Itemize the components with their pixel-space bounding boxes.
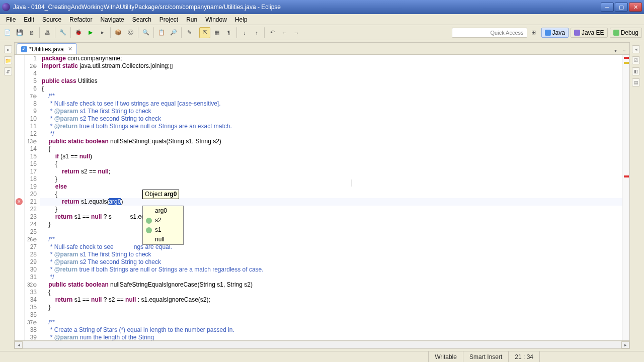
java-file-icon [21, 46, 27, 52]
menu-project[interactable]: Project [155, 15, 182, 24]
toolbar-separator [39, 27, 40, 38]
forward-button[interactable]: → [291, 27, 302, 38]
error-marker-icon[interactable]: ✕ [16, 198, 23, 205]
toolbar-separator [110, 27, 111, 38]
toolbar-separator [236, 27, 237, 38]
text-caret [352, 179, 352, 187]
maximize-editor-icon[interactable]: ▫ [620, 46, 628, 54]
maximize-button[interactable]: ▢ [615, 3, 628, 12]
open-type-button[interactable]: 🔍 [140, 27, 151, 38]
autocomplete-popup[interactable]: arg0 s2 s1 null [142, 206, 184, 245]
minimize-button[interactable]: ─ [601, 3, 614, 12]
outline-detail-icon[interactable]: ▤ [632, 78, 640, 86]
code-editor[interactable]: ✕ 12⊕4567⊖8910111213⊖1415161718192021222… [15, 55, 629, 340]
status-insert-mode: Smart Insert [463, 351, 508, 362]
local-var-icon [146, 227, 152, 233]
line-numbers: 12⊕4567⊖8910111213⊖141516171819202122232… [25, 55, 40, 340]
toolbar-separator [70, 27, 71, 38]
menu-help[interactable]: Help [231, 15, 252, 24]
menu-edit[interactable]: Edit [20, 15, 38, 24]
menubar: File Edit Source Refactor Navigate Searc… [0, 14, 644, 25]
overview-warn-mark[interactable] [624, 62, 629, 64]
restore-view-icon[interactable]: ▸ [4, 45, 12, 53]
scroll-right-button[interactable]: ▸ [621, 341, 629, 348]
window-title: Java - 0104_CreatingAndWorkingWithAUtili… [13, 4, 600, 11]
toolbar-separator [55, 27, 55, 38]
perspective-java[interactable]: Java [541, 28, 569, 38]
menu-source[interactable]: Source [38, 15, 65, 24]
keyword-icon [146, 237, 152, 243]
type-hierarchy-icon[interactable]: ⇵ [4, 67, 12, 75]
open-task-button[interactable]: 📋 [156, 27, 167, 38]
error-ruler: ✕ [15, 55, 25, 340]
autocomplete-item-s1[interactable]: s1 [143, 225, 183, 235]
next-annotation-button[interactable]: ↓ [239, 27, 250, 38]
status-cursor-position: 21 : 34 [508, 351, 539, 362]
toolbar: 📄 💾 🗎 🖶 🔧 🐞 ▶ ▸ 📦 Ⓒ 🔍 📋 🔎 ✎ ⇱ ▦ ¶ ↓ ↑ ↶ … [0, 25, 644, 40]
task-list-icon[interactable]: ☑ [632, 56, 640, 64]
build-button[interactable]: 🔧 [57, 27, 68, 38]
run-last-button[interactable]: ▸ [97, 27, 108, 38]
restore-view-icon[interactable]: ◂ [632, 45, 640, 53]
show-whitespace-button[interactable]: ¶ [223, 27, 234, 38]
scroll-left-button[interactable]: ◂ [15, 341, 23, 348]
save-all-button[interactable]: 🗎 [26, 27, 37, 38]
toolbar-separator [264, 27, 265, 38]
menu-window[interactable]: Window [201, 15, 231, 24]
status-empty [539, 351, 640, 362]
menu-refactor[interactable]: Refactor [65, 15, 96, 24]
debug-button[interactable]: 🐞 [73, 27, 84, 38]
overview-error-mark[interactable] [624, 57, 629, 59]
scroll-track[interactable] [23, 341, 621, 348]
new-class-button[interactable]: Ⓒ [125, 27, 136, 38]
menu-run[interactable]: Run [182, 15, 201, 24]
perspective-java-ee[interactable]: Java EE [571, 28, 608, 38]
open-perspective-button[interactable]: ⊞ [528, 27, 539, 38]
statusbar: Writable Smart Insert 21 : 34 [0, 351, 644, 362]
package-explorer-icon[interactable]: 📁 [4, 56, 12, 64]
close-button[interactable]: ✕ [629, 3, 642, 12]
toggle-mark-button[interactable]: ✎ [184, 27, 195, 38]
overview-ruler[interactable] [622, 55, 629, 340]
toggle-block-button[interactable]: ▦ [211, 27, 222, 38]
autocomplete-item-null[interactable]: null [143, 235, 183, 244]
outline-icon[interactable]: ◧ [632, 67, 640, 75]
menu-file[interactable]: File [2, 15, 20, 24]
editor-tab-utilities[interactable]: *Utilities.java ✕ [17, 43, 77, 54]
parameter-hint-popup: Object arg0 [142, 190, 179, 199]
menu-search[interactable]: Search [128, 15, 155, 24]
print-button[interactable]: 🖶 [42, 27, 53, 38]
toolbar-separator [197, 27, 197, 38]
local-var-icon [146, 218, 152, 224]
toggle-breadcrumb-button[interactable]: ⇱ [199, 27, 210, 38]
local-var-icon [146, 208, 152, 214]
editor-tabbar: *Utilities.java ✕ ▾ ▫ [15, 43, 629, 55]
right-trim-stack: ◂ ☑ ◧ ▤ [630, 42, 642, 349]
autocomplete-item-s2[interactable]: s2 [143, 216, 183, 225]
prev-annotation-button[interactable]: ↑ [251, 27, 262, 38]
param-hint-name: arg0 [164, 191, 177, 198]
eclipse-icon [2, 3, 10, 11]
save-button[interactable]: 💾 [14, 27, 25, 38]
param-hint-prefix: Object [145, 191, 164, 198]
new-package-button[interactable]: 📦 [113, 27, 124, 38]
close-tab-icon[interactable]: ✕ [68, 46, 72, 52]
minimize-editor-icon[interactable]: ▾ [611, 46, 619, 54]
editor-tab-label: *Utilities.java [29, 46, 64, 53]
run-button[interactable]: ▶ [85, 27, 96, 38]
last-edit-button[interactable]: ↶ [267, 27, 278, 38]
left-trim-stack: ▸ 📁 ⇵ [2, 42, 14, 349]
autocomplete-item-arg0[interactable]: arg0 [143, 206, 183, 216]
new-button[interactable]: 📄 [2, 27, 13, 38]
menu-navigate[interactable]: Navigate [96, 15, 128, 24]
toolbar-separator [181, 27, 182, 38]
horizontal-scrollbar[interactable]: ◂ ▸ [15, 340, 629, 348]
overview-error-mark[interactable] [624, 175, 629, 177]
code-text[interactable]: package com.companyname;import static ja… [40, 55, 622, 340]
search-button[interactable]: 🔎 [168, 27, 179, 38]
main-area: ▸ 📁 ⇵ *Utilities.java ✕ ▾ ▫ ✕ 12⊕4567⊖89… [0, 40, 644, 351]
toolbar-separator [138, 27, 138, 38]
quick-access-input[interactable]: Quick Access [452, 28, 527, 38]
perspective-debug[interactable]: Debug [610, 28, 642, 38]
back-button[interactable]: ← [279, 27, 290, 38]
